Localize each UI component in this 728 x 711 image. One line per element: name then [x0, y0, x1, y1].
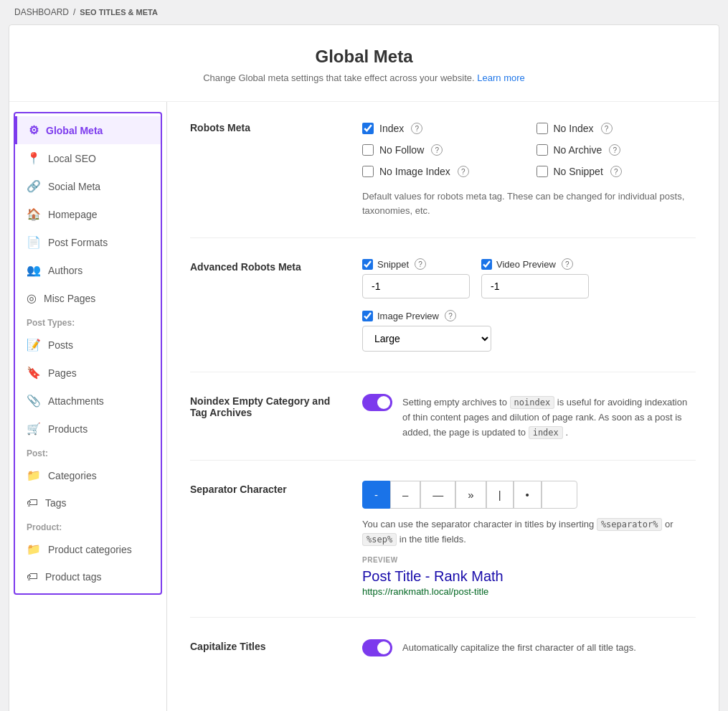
sidebar-item-products[interactable]: 🛒 Products	[15, 415, 161, 443]
content-area: ⚙ Global Meta 📍 Local SEO 🔗 Social Meta …	[9, 102, 719, 711]
snippet-checkbox[interactable]	[362, 259, 373, 270]
robots-noimageindex-item: No Image Index ?	[362, 162, 522, 181]
image-preview-select[interactable]: Large Standard None	[362, 326, 491, 352]
main-content: Robots Meta Index ? No Index ?	[167, 102, 719, 711]
sidebar-item-global-meta[interactable]: ⚙ Global Meta	[15, 116, 161, 144]
robots-meta-label: Robots Meta	[190, 119, 348, 133]
circle-icon: ◎	[27, 291, 37, 305]
image-preview-checkbox[interactable]	[362, 311, 373, 321]
sep-btn-endash[interactable]: –	[390, 481, 420, 509]
sidebar-nav: ⚙ Global Meta 📍 Local SEO 🔗 Social Meta …	[14, 112, 162, 595]
breadcrumb-current: SEO TITLES & META	[80, 8, 158, 17]
no-snippet-checkbox[interactable]	[536, 166, 548, 177]
robots-grid: Index ? No Index ? No Follow	[362, 119, 696, 181]
sidebar-item-tags[interactable]: 🏷 Tags	[15, 489, 161, 517]
main-container: Global Meta Change Global meta settings …	[9, 24, 719, 711]
video-preview-field: Video Preview ?	[481, 258, 589, 298]
sidebar-item-local-seo[interactable]: 📍 Local SEO	[15, 144, 161, 172]
sidebar-item-categories[interactable]: 📁 Categories	[15, 461, 161, 489]
home-icon: 🏠	[27, 207, 41, 221]
snippet-field: Snippet ?	[362, 258, 470, 298]
separator-row: Separator Character - – — » | • You c	[190, 481, 696, 597]
snippet-help-icon[interactable]: ?	[415, 258, 426, 270]
sep-btn-bullet[interactable]: •	[514, 481, 542, 509]
robots-meta-description: Default values for robots meta tag. Thes…	[362, 189, 696, 217]
pin-icon: 📍	[27, 151, 41, 165]
sidebar-item-pages[interactable]: 🔖 Pages	[15, 359, 161, 387]
noindex-empty-label: Noindex Empty Category and Tag Archives	[190, 392, 348, 418]
noindex-toggle-content: Setting empty archives to noindex is use…	[402, 392, 696, 440]
robots-meta-row: Robots Meta Index ? No Index ?	[190, 119, 696, 217]
preview-url: https://rankmath.local/post-title	[362, 586, 696, 597]
robots-nosnippet-item: No Snippet ?	[536, 162, 696, 181]
sidebar-item-misc-pages[interactable]: ◎ Misc Pages	[15, 284, 161, 312]
breadcrumb-separator: /	[73, 7, 75, 17]
noindex-toggle-row: Setting empty archives to noindex is use…	[362, 392, 696, 440]
index-checkbox[interactable]	[362, 123, 374, 134]
image-preview-help-icon[interactable]: ?	[445, 310, 456, 321]
learn-more-link[interactable]: Learn more	[477, 72, 524, 83]
preview-label: PREVIEW	[362, 556, 696, 564]
no-index-help-icon[interactable]: ?	[601, 123, 613, 134]
noindex-empty-controls: Setting empty archives to noindex is use…	[362, 392, 696, 440]
capitalize-toggle-slider	[362, 639, 392, 656]
capitalize-toggle-row: Automatically capitalize the first chara…	[362, 638, 696, 656]
separator-code2: %sep%	[362, 533, 397, 546]
sep-btn-custom[interactable]	[542, 481, 577, 509]
sidebar-item-product-categories[interactable]: 📁 Product categories	[15, 535, 161, 563]
folder-icon: 📁	[27, 468, 41, 482]
no-archive-checkbox[interactable]	[536, 144, 548, 156]
noindex-description: Setting empty archives to noindex is use…	[402, 395, 696, 440]
sidebar-item-social-meta[interactable]: 🔗 Social Meta	[15, 172, 161, 200]
image-preview-label-row: Image Preview ?	[362, 310, 491, 321]
attachments-icon: 📎	[27, 394, 41, 408]
capitalize-toggle-content: Automatically capitalize the first chara…	[402, 638, 696, 656]
no-follow-help-icon[interactable]: ?	[431, 144, 443, 156]
robots-noarchive-item: No Archive ?	[536, 141, 696, 159]
sep-btn-pipe[interactable]: |	[486, 481, 514, 509]
sidebar-item-product-tags[interactable]: 🏷 Product tags	[15, 563, 161, 590]
capitalize-titles-section: Capitalize Titles Automatically capitali…	[190, 638, 696, 677]
robots-index-item: Index ?	[362, 119, 522, 138]
no-archive-help-icon[interactable]: ?	[609, 144, 620, 156]
separator-controls: - – — » | • You can use the separator ch…	[362, 481, 696, 597]
snippet-input[interactable]	[362, 274, 470, 298]
sidebar-item-authors[interactable]: 👥 Authors	[15, 256, 161, 284]
no-follow-label: No Follow	[379, 144, 424, 156]
no-image-index-checkbox[interactable]	[362, 166, 374, 177]
no-follow-checkbox[interactable]	[362, 144, 374, 156]
noindex-toggle-slider	[362, 394, 392, 411]
noindex-toggle[interactable]	[362, 394, 392, 411]
post-types-label: Post Types:	[15, 312, 161, 331]
no-image-index-help-icon[interactable]: ?	[458, 166, 469, 177]
capitalize-titles-row: Capitalize Titles Automatically capitali…	[190, 638, 696, 656]
sep-btn-dash[interactable]: -	[362, 481, 390, 509]
sep-btn-guillemet[interactable]: »	[455, 481, 486, 509]
share-icon: 🔗	[27, 179, 41, 193]
robots-meta-section: Robots Meta Index ? No Index ?	[190, 119, 696, 238]
index-help-icon[interactable]: ?	[411, 123, 422, 134]
no-index-label: No Index	[554, 123, 594, 134]
product-label: Product:	[15, 517, 161, 535]
video-preview-help-icon[interactable]: ?	[562, 258, 573, 270]
image-preview-label: Image Preview	[377, 311, 439, 321]
separator-hint: You can use the separator character in t…	[362, 517, 696, 547]
people-icon: 👥	[27, 263, 41, 277]
page-title: Global Meta	[24, 47, 704, 67]
sidebar-item-post-formats[interactable]: 📄 Post Formats	[15, 228, 161, 256]
no-snippet-help-icon[interactable]: ?	[610, 166, 622, 177]
capitalize-toggle[interactable]	[362, 639, 392, 656]
separator-code1: %separator%	[597, 518, 662, 531]
video-preview-label-row: Video Preview ?	[481, 258, 589, 270]
video-preview-input[interactable]	[481, 274, 589, 298]
sidebar-item-posts[interactable]: 📝 Posts	[15, 331, 161, 359]
advanced-robots-fields: Snippet ? Video Preview ?	[362, 258, 696, 352]
sidebar-item-homepage[interactable]: 🏠 Homepage	[15, 200, 161, 228]
no-index-checkbox[interactable]	[536, 123, 548, 134]
sidebar-item-attachments[interactable]: 📎 Attachments	[15, 387, 161, 415]
tag-icon: 🏷	[27, 496, 38, 509]
video-preview-checkbox[interactable]	[481, 259, 492, 270]
separator-buttons: - – — » | •	[362, 481, 696, 509]
capitalize-titles-controls: Automatically capitalize the first chara…	[362, 638, 696, 656]
sep-btn-emdash[interactable]: —	[420, 481, 455, 509]
